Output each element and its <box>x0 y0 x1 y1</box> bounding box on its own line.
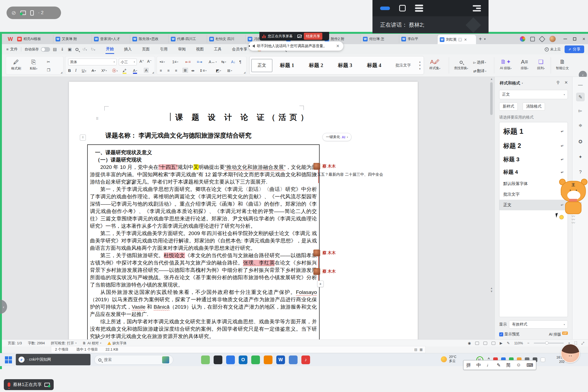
translate-button[interactable]: ⇄ 翻译▾ <box>473 69 486 74</box>
teams-app-icon[interactable] <box>289 355 298 364</box>
toast-close-icon[interactable]: ✕ <box>336 44 340 48</box>
sharing-status-pill[interactable]: 蔡林1正在共享 <box>4 379 54 390</box>
pen-mode-icon[interactable]: ✎ <box>507 341 510 345</box>
style-list-item[interactable]: 默认段落字体a <box>499 178 568 189</box>
autosave-toggle[interactable] <box>41 47 50 52</box>
menu-插入[interactable]: 插入 <box>123 45 132 53</box>
add-comment-button[interactable]: + <box>317 281 324 287</box>
ime-key[interactable]: 简 <box>506 362 511 368</box>
music-app-icon[interactable]: ♪ <box>301 355 310 364</box>
save-icon[interactable]: ▤ <box>53 47 57 52</box>
redo-icon[interactable]: ↻▾ <box>91 47 95 52</box>
maximize-button[interactable] <box>573 37 576 41</box>
new-style-button[interactable]: 新样式 <box>499 102 518 111</box>
sort-icon[interactable]: A↓ <box>231 60 235 64</box>
gallery-scroll-icons[interactable]: ▲▼▼ <box>418 60 422 70</box>
document-tab[interactable]: W刘红英▢✕ <box>438 35 476 44</box>
style-list-item[interactable]: 批注文字↵ <box>499 189 568 200</box>
clear-format-button[interactable]: 清除格式 <box>523 102 545 111</box>
style-gallery-item[interactable]: 正文 <box>251 59 272 72</box>
print-icon[interactable]: ▣ <box>68 47 72 52</box>
ime-key[interactable]: ⌨ <box>526 362 533 368</box>
taskbar-search[interactable]: 搜索 <box>94 355 173 365</box>
ime-key[interactable]: ♩ <box>487 362 491 368</box>
line-spacing-icon[interactable]: ⇕≡▾ <box>199 68 207 73</box>
tab-close-icon[interactable]: ✕ <box>464 38 467 42</box>
wps-logo-icon[interactable]: W <box>6 35 15 42</box>
style-set-button[interactable]: A🖉 样式集▾ <box>427 58 443 71</box>
show-marks-icon[interactable]: ¶ <box>239 60 241 64</box>
superscript-icon[interactable]: X²▾ <box>101 68 107 73</box>
scrollbar-thumb[interactable] <box>490 82 493 115</box>
apps-cube-icon[interactable] <box>539 36 545 42</box>
find-replace-button[interactable]: 查找替换▾ <box>451 58 471 71</box>
menu-引用[interactable]: 引用 <box>159 45 168 53</box>
strikethrough-icon[interactable]: A▾ <box>92 68 96 73</box>
document-tab[interactable]: W杜怡文 四川 <box>207 35 245 43</box>
seal-icon[interactable]: ✪ <box>576 137 585 146</box>
outlook-app-icon[interactable]: O <box>239 355 247 364</box>
fullscreen-icon[interactable]: ⤢ <box>581 341 584 345</box>
eye-protect-icon[interactable]: ◉ <box>468 341 471 345</box>
font-size-select[interactable]: 小三▾ <box>119 59 137 65</box>
scroll-up-icon[interactable]: ▲ <box>490 77 493 80</box>
document-tab[interactable]: W陈先强+思政 <box>130 35 169 43</box>
font-color-icon[interactable]: A▾ <box>133 68 137 74</box>
ai-layout-button[interactable]: 🗎✦ AI 排版▾ <box>497 58 515 71</box>
tab-list-dropdown-icon[interactable]: ▾ <box>484 37 486 41</box>
menu-工具[interactable]: 工具 <box>213 45 222 53</box>
highlight-color-icon[interactable]: 🖍 <box>123 68 126 74</box>
style-list-item[interactable]: 标题 3↵ <box>499 153 568 166</box>
style-list-item[interactable]: 标题 4↵ <box>499 166 568 178</box>
minimize-button[interactable] <box>563 39 567 39</box>
view-web-icon[interactable] <box>483 342 487 345</box>
zoom-slider[interactable] <box>534 343 564 344</box>
layout-button[interactable]: A≡ 排版▾ <box>517 58 532 71</box>
document-tab[interactable]: W曾家润+人才 <box>92 35 130 43</box>
format-painter-button[interactable]: 🖉 格式刷 <box>8 58 24 71</box>
paste-button[interactable]: ⎘ 粘贴▾ <box>26 58 41 71</box>
start-button[interactable] <box>5 356 12 363</box>
account-avatar[interactable] <box>549 36 556 42</box>
ime-key[interactable]: 中 <box>476 362 481 368</box>
style-gallery-item[interactable]: 标题 1 <box>272 62 302 69</box>
ai-proofread[interactable]: 🗎AI 校对▾ <box>83 341 101 346</box>
gallery-arrow-icon[interactable]: ▼ <box>418 68 422 70</box>
align-right-icon[interactable]: ≡ <box>175 68 177 73</box>
page-jump-icons[interactable]: ▲▼ <box>490 287 493 293</box>
menu-页面[interactable]: 页面 <box>141 45 150 53</box>
restore-meeting-icon[interactable] <box>399 5 406 11</box>
justify-icon[interactable]: ≣ <box>183 68 188 73</box>
terminal-app-icon[interactable] <box>214 355 222 364</box>
blue-app-icon[interactable] <box>226 355 235 364</box>
font-expander-icon[interactable]: ◢ <box>152 71 154 74</box>
underline-icon[interactable]: U▾ <box>82 68 86 73</box>
align-left-icon[interactable]: ≡ <box>160 68 162 73</box>
numbered-list-icon[interactable]: 1≡▾ <box>172 60 178 64</box>
settings-sliders-icon[interactable]: ≑ <box>576 121 585 130</box>
play-slideshow-icon[interactable]: ▶ <box>500 341 502 345</box>
text-scale-icon[interactable]: A↔▾ <box>209 60 217 64</box>
shading-icon[interactable]: ◩▾ <box>216 68 221 73</box>
align-center-icon[interactable]: ≡ <box>167 68 169 73</box>
select-button[interactable]: ▻ 选择▾ <box>473 60 486 65</box>
list-view-icon[interactable]: ▤ <box>414 348 417 351</box>
menu-开始[interactable]: 开始 <box>105 45 114 54</box>
borders-icon[interactable]: ⊞▾ <box>227 68 232 73</box>
panel-close-icon[interactable]: ✕ <box>564 80 568 85</box>
increase-indent-icon[interactable]: ≡⇥ <box>197 60 202 64</box>
taskbar-widget[interactable]: e · cnki中国知网 <box>16 354 90 365</box>
decrease-indent-icon[interactable]: ⇤≡ <box>185 60 191 64</box>
edit-pen-icon[interactable]: ✎ <box>576 93 585 101</box>
word-app-icon[interactable]: W <box>276 355 285 364</box>
orange-app-icon[interactable] <box>264 355 272 364</box>
select-cursor-icon[interactable]: ▻ <box>576 106 585 115</box>
mail-green-app-icon[interactable] <box>251 355 260 364</box>
gallery-arrow-icon[interactable]: ▼ <box>418 64 422 67</box>
italic-icon[interactable]: I <box>75 68 77 73</box>
style-list-item[interactable]: 标题 1↵ <box>499 124 568 139</box>
eye-off-icon[interactable]: ⊘ <box>11 10 16 16</box>
minimize-meeting-icon[interactable] <box>380 7 390 10</box>
bullet-list-icon[interactable]: •≡▾ <box>160 60 165 64</box>
arrange-button[interactable]: ❏ 排列▾ <box>533 58 548 71</box>
